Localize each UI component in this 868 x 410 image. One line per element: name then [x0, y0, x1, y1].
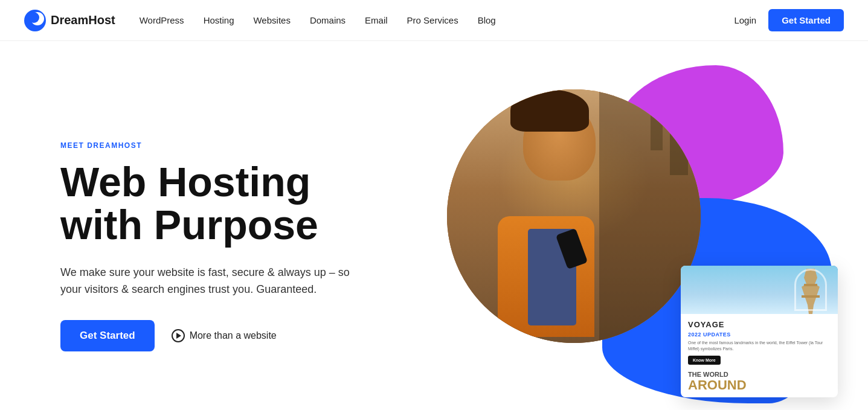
card-content: VOYAGE 2022 UPDATES One of the most famo… — [681, 314, 838, 371]
nav-item-pro-services[interactable]: Pro Services — [407, 15, 458, 25]
more-than-website-label: More than a website — [190, 330, 277, 341]
card-body-text: One of the most famous landmarks in the … — [688, 340, 831, 352]
nav-item-domains[interactable]: Domains — [310, 15, 346, 25]
card-update-label: 2022 UPDATES — [688, 332, 831, 338]
card-around-label: AROUND — [681, 378, 838, 397]
card-header-image — [681, 266, 838, 314]
hero-title-line1: Web Hosting — [60, 159, 310, 205]
hero-actions: Get Started More than a website — [60, 320, 435, 351]
more-than-website-link[interactable]: More than a website — [172, 329, 277, 342]
svg-point-2 — [28, 12, 39, 23]
dreamhost-logo-icon — [24, 10, 46, 31]
nav-item-email[interactable]: Email — [365, 15, 388, 25]
hero-title: Web Hosting with Purpose — [60, 161, 435, 247]
hero-description: We make sure your website is fast, secur… — [60, 264, 350, 299]
hero-title-line2: with Purpose — [60, 202, 318, 248]
navbar: DreamHost WordPress Hosting Websites Dom… — [0, 0, 868, 41]
card-world-label: THE WORLD — [681, 371, 838, 378]
hero-image-placeholder — [447, 89, 701, 343]
hero-get-started-button[interactable]: Get Started — [60, 320, 155, 351]
hero-content: MEET DREAMHOST Web Hosting with Purpose … — [60, 141, 435, 351]
nav-links: WordPress Hosting Websites Domains Email… — [140, 15, 735, 25]
website-card: VOYAGE 2022 UPDATES One of the most famo… — [681, 266, 838, 397]
card-cta-button[interactable]: Know More — [688, 356, 721, 365]
hero-eyebrow: MEET DREAMHOST — [60, 141, 435, 150]
hero-visual: VOYAGE 2022 UPDATES One of the most famo… — [435, 77, 820, 410]
nav-item-websites[interactable]: Websites — [253, 15, 290, 25]
brand-name: DreamHost — [51, 13, 115, 27]
nav-item-blog[interactable]: Blog — [478, 15, 496, 25]
nav-item-wordpress[interactable]: WordPress — [140, 15, 184, 25]
card-site-name: VOYAGE — [688, 320, 831, 329]
login-button[interactable]: Login — [734, 15, 756, 25]
nav-actions: Login Get Started — [734, 9, 844, 31]
nav-item-hosting[interactable]: Hosting — [204, 15, 234, 25]
play-triangle — [176, 333, 181, 339]
hero-section: MEET DREAMHOST Web Hosting with Purpose … — [0, 41, 868, 410]
logo-link[interactable]: DreamHost — [24, 10, 115, 31]
nav-get-started-button[interactable]: Get Started — [768, 9, 844, 31]
play-icon — [172, 329, 185, 342]
hero-photo — [447, 89, 701, 343]
